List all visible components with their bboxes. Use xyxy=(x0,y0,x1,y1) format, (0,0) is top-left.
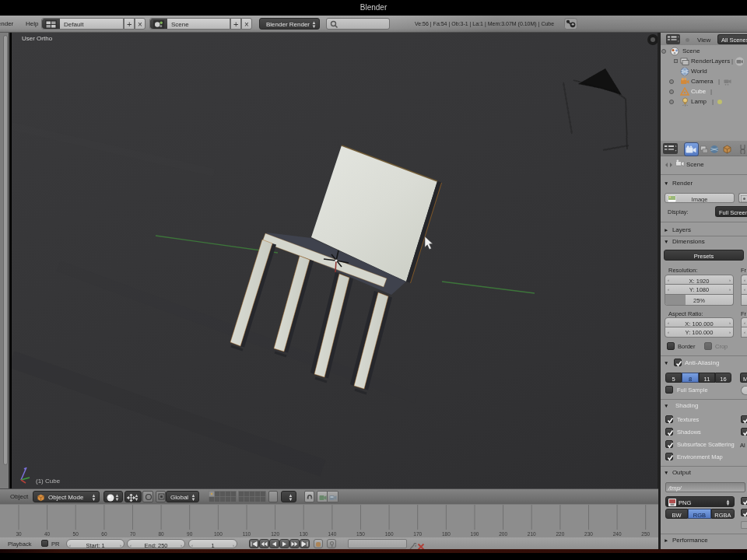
svg-text:200: 200 xyxy=(499,531,507,537)
svg-text:30: 30 xyxy=(16,531,22,537)
svg-text:70: 70 xyxy=(130,531,136,537)
svg-text:120: 120 xyxy=(271,531,279,537)
svg-text:100: 100 xyxy=(214,531,223,537)
svg-text:50: 50 xyxy=(73,531,79,537)
svg-text:250: 250 xyxy=(641,531,650,537)
svg-text:180: 180 xyxy=(442,531,451,537)
svg-text:60: 60 xyxy=(101,531,107,537)
svg-text:110: 110 xyxy=(243,531,251,537)
svg-text:150: 150 xyxy=(356,531,365,537)
svg-text:210: 210 xyxy=(528,531,536,537)
svg-text:190: 190 xyxy=(471,531,479,537)
svg-text:220: 220 xyxy=(556,531,564,537)
svg-text:90: 90 xyxy=(187,531,193,537)
svg-text:230: 230 xyxy=(584,531,593,537)
svg-text:140: 140 xyxy=(328,531,336,537)
svg-text:80: 80 xyxy=(158,531,164,537)
svg-text:170: 170 xyxy=(413,531,422,537)
svg-text:40: 40 xyxy=(44,531,51,537)
svg-text:240: 240 xyxy=(613,531,622,537)
svg-text:160: 160 xyxy=(385,531,394,537)
svg-text:130: 130 xyxy=(300,531,308,537)
